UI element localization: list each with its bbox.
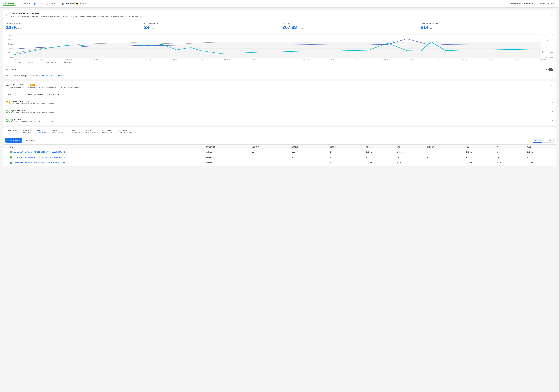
tab-logs[interactable]: LOGS Execution logs	[68, 127, 83, 136]
col-scenario[interactable]: SCENARIO ↑	[205, 145, 250, 149]
filter-chip-poor[interactable]: Poor ×	[47, 93, 56, 96]
compare-section: Compare with example.js Select a test ru…	[509, 2, 556, 6]
check-icon: ✓	[5, 3, 6, 5]
status-badge: ✓ Finished	[3, 2, 16, 6]
tab-traces[interactable]: TRACES View tracing data	[83, 127, 100, 136]
quick-select-button[interactable]: Quick select ▾	[5, 138, 22, 143]
system-info: SYSTEM 2 Good / 0 Needs Improvement / 0 …	[13, 118, 551, 123]
perf-metrics-row: REQUESTS MADE 107K reqs HTTP FAILURES 24…	[3, 20, 556, 32]
pulse-icon: 〜	[6, 84, 9, 87]
status-filter-label: Status	[6, 93, 11, 96]
best-practice-title: BEST PRACTICE	[13, 100, 551, 103]
col-p95[interactable]: P95 ↑	[464, 145, 495, 149]
list-icon: ≡	[535, 139, 536, 141]
chart-icon: 📈	[6, 13, 9, 16]
insight-row-reliability[interactable]: 100 RELIABILITY 1 Good / 0 Needs Improve…	[3, 107, 556, 116]
system-score: 100	[6, 118, 13, 123]
chevron-down-icon-filter: ▾	[34, 139, 35, 141]
user-icon: 👤	[34, 3, 36, 5]
col-avg[interactable]: AVG ↑	[395, 145, 425, 149]
insight-row-best-practice[interactable]: 78 BEST PRACTICE 3 Good / 0 Needs Improv…	[3, 98, 556, 107]
cloud-subtitle: Our automated algorithms have analyzed t…	[10, 86, 83, 89]
legend-response-time: — Response Time	[40, 61, 56, 63]
collapse-icon[interactable]: ∧	[550, 12, 553, 16]
scenarios-show: SHOW	[542, 68, 553, 71]
col-max[interactable]: MAX ↑	[525, 145, 556, 149]
lightning-icon: ⚡	[19, 3, 21, 5]
perf-title: PERFORMANCE OVERVIEW	[11, 12, 142, 15]
table-row[interactable]: ⠿ ✓ .../checkout/finish?orderId=01922245…	[3, 149, 556, 155]
system-detail: 2 Good / 0 Needs Improvement / 0 Poor / …	[13, 121, 551, 123]
chevron-down-icon: ▾	[19, 139, 20, 141]
col-status[interactable]: STATUS ↑	[290, 145, 328, 149]
compare-label: Compare with	[509, 3, 521, 5]
list-view-button[interactable]: ≡ List	[533, 138, 542, 143]
cloud-title: CLOUD INSIGHTS	[10, 83, 29, 86]
scenarios-link[interactable]: Check out how to create one	[40, 75, 64, 77]
best-practice-chevron: ∨	[551, 101, 553, 104]
col-count[interactable]: COUNT ↑	[328, 145, 364, 149]
scenarios-toggle[interactable]	[548, 68, 553, 71]
col-method[interactable]: METHOD ↑	[250, 145, 290, 149]
reliability-chevron: ∨	[551, 110, 553, 113]
status-ok-icon: ✓	[10, 156, 12, 159]
col-p99[interactable]: P99 ↑	[495, 145, 525, 149]
legend-request-rate: — Request Rate	[23, 61, 37, 63]
perf-metric-http-failures: HTTP FAILURES 24 reqs	[141, 20, 280, 32]
url-text: .../checkout/finish?orderId=01922245b608…	[13, 162, 66, 164]
status-ok-icon: ✓	[10, 162, 12, 164]
table-row[interactable]: ⠿ ✓ .../checkout/finish?orderId=01922455…	[3, 155, 556, 160]
top-bar: ✓ Finished ⚡ 8.34 VUh 👤 50 VUs ⏱ 10min 2…	[0, 0, 559, 8]
vuh-metric: ⚡ 8.34 VUh	[19, 3, 30, 5]
perf-overview-header: 📈 PERFORMANCE OVERVIEW The 95th percenti…	[3, 10, 556, 20]
col-url[interactable]: URL ↑	[8, 145, 205, 149]
legend-dot-failure-rate	[59, 62, 60, 62]
url-text: .../checkout/finish?orderId=01922455b411…	[13, 156, 65, 159]
duration-metric: ⏱ 10min 24s	[47, 3, 58, 5]
chart-area: ⋮ 50 VUs 40 VUs 30 VUs 20 VUs 10 VUs 0 V…	[3, 32, 556, 66]
compare-select-dropdown[interactable]: Select a test run ▾	[537, 2, 556, 6]
quick-select-label: Quick select	[8, 139, 18, 141]
tab-checks[interactable]: CHECKS (93K/93.4K)	[21, 127, 34, 136]
more-options-icon[interactable]: ⋮	[552, 34, 554, 36]
status-label: Finished	[7, 3, 14, 5]
perf-subtitle: The 95th percentile response time of the…	[11, 15, 142, 18]
cloud-title-section: 〜 CLOUD INSIGHTS NEW Our automated algor…	[6, 83, 83, 89]
legend-dot-request-rate	[23, 62, 25, 62]
col-min[interactable]: MIN ↑	[364, 145, 395, 149]
tab-script[interactable]: SCRIPT View executed script	[48, 127, 68, 136]
tab-http[interactable]: HTTP (107K/107K)	[34, 127, 48, 136]
table-header: URL ↑ SCENARIO ↑ METHOD ↑ STATUS ↑ COUNT…	[3, 145, 556, 149]
perf-title-section: 📈 PERFORMANCE OVERVIEW The 95th percenti…	[6, 12, 142, 18]
tab-analysis[interactable]: ANALYSIS Explore test results	[116, 127, 135, 136]
url-text: .../checkout/finish?orderId=01922245916f…	[13, 151, 65, 153]
col-drag	[3, 145, 8, 149]
info-icon[interactable]: ⓘ	[12, 93, 14, 96]
tree-view-button[interactable]: ⋮ Tree	[543, 138, 554, 143]
status-filter: Status ⓘ Good × Needs Improvement × Poor…	[3, 91, 556, 98]
col-stddev[interactable]: STDDEV ↑	[425, 145, 464, 149]
chart-x-labels: 15:59:00 15:59:30 16:00:00 16:00:30 16:0…	[6, 58, 553, 60]
filter-dropdown[interactable]: ▾	[57, 93, 60, 96]
performance-overview-card: 📈 PERFORMANCE OVERVIEW The 95th percenti…	[3, 10, 556, 79]
table-row[interactable]: ⠿ ✓ .../checkout/finish?orderId=01922245…	[3, 160, 556, 166]
perf-metric-p95-response-time: P95 RESPONSE TIME 614 ms	[418, 20, 556, 32]
compare-script[interactable]: example.js	[522, 2, 535, 6]
add-filter-button[interactable]: Add filter ▾	[23, 138, 37, 143]
tab-thresholds[interactable]: THRESHOLDS (0/0)	[4, 127, 21, 136]
reliability-title: RELIABILITY	[13, 109, 551, 111]
insight-row-system[interactable]: 100 SYSTEM 2 Good / 0 Needs Improvement …	[3, 116, 556, 125]
filter-chip-good[interactable]: Good ×	[15, 93, 24, 96]
tab-browser[interactable]: BROWSER Browser metrics	[100, 127, 116, 136]
server-icon: 🖥	[62, 3, 64, 5]
filter-chip-needs-improvement[interactable]: Needs Improvement ×	[25, 93, 46, 96]
scenarios-content: No scenario was configured in this test.…	[3, 73, 556, 79]
legend-dot-vus	[13, 62, 15, 62]
cloud-collapse-icon[interactable]: ∧	[550, 83, 553, 88]
legend-dot-response-time	[40, 62, 41, 62]
top-bar-metrics: ⚡ 8.34 VUh 👤 50 VUs ⏱ 10min 24s 🖥 Load z…	[19, 3, 509, 5]
new-badge: NEW	[30, 84, 35, 86]
table-body: ⠿ ✓ .../checkout/finish?orderId=01922245…	[3, 149, 556, 166]
main-content: 📈 PERFORMANCE OVERVIEW The 95th percenti…	[0, 8, 559, 170]
table-container: URL ↑ SCENARIO ↑ METHOD ↑ STATUS ↑ COUNT…	[3, 144, 556, 166]
